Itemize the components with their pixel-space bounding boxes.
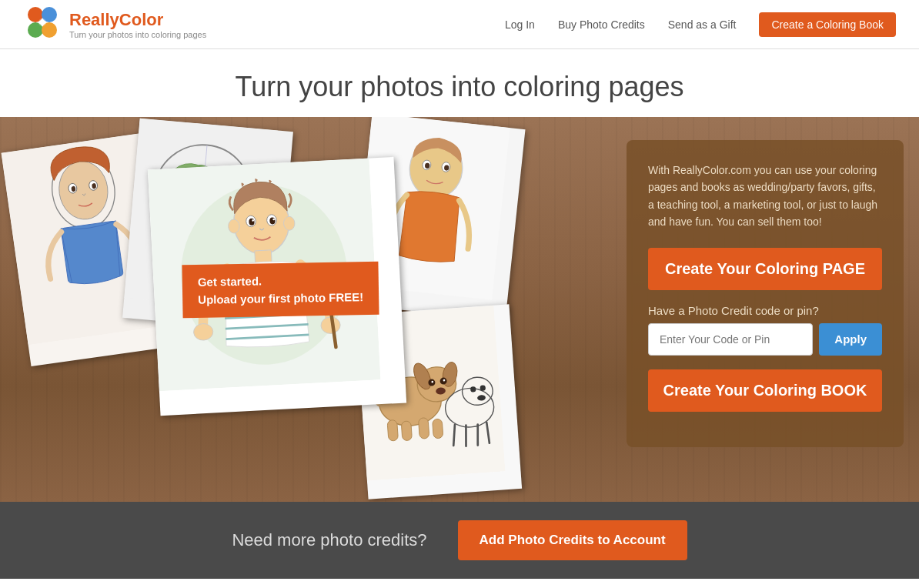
photo-collage: Get started. Upload your first photo FRE… (0, 117, 562, 502)
svg-point-26 (283, 216, 295, 231)
apply-button[interactable]: Apply (819, 323, 882, 356)
svg-rect-56 (418, 418, 429, 439)
get-started-badge[interactable]: Get started. Upload your first photo FRE… (182, 262, 379, 318)
credit-code-label: Have a Photo Credit code or pin? (648, 304, 882, 317)
svg-point-25 (228, 219, 239, 234)
hero-description: With ReallyColor.com you can use your co… (648, 162, 882, 231)
nav-create-book[interactable]: Create a Coloring Book (759, 12, 896, 37)
get-started-line2: Upload your first photo FREE! (198, 289, 363, 309)
header: ReallyColor Turn your photos into colori… (0, 0, 919, 49)
footer-bar: Need more photo credits? Add Photo Credi… (0, 502, 919, 579)
create-book-button[interactable]: Create Your Coloring BOOK (648, 369, 882, 412)
svg-line-64 (465, 426, 468, 446)
svg-rect-54 (387, 419, 398, 441)
logo-name: ReallyColor (69, 10, 206, 30)
right-panel: With ReallyColor.com you can use your co… (627, 140, 904, 447)
hero-title-bar: Turn your photos into coloring pages (0, 49, 919, 117)
nav-send-gift[interactable]: Send as a Gift (668, 18, 737, 31)
page-title: Turn your photos into coloring pages (0, 71, 919, 103)
nav-login[interactable]: Log In (505, 18, 535, 31)
credit-code-input[interactable] (648, 323, 813, 356)
logo-tagline: Turn your photos into coloring pages (69, 30, 206, 39)
svg-rect-55 (401, 421, 412, 441)
logo-text: ReallyColor Turn your photos into colori… (69, 10, 206, 39)
create-page-button[interactable]: Create Your Coloring PAGE (648, 248, 882, 290)
credit-row: Apply (648, 323, 882, 356)
nav: Log In Buy Photo Credits Send as a Gift … (505, 12, 896, 37)
svg-line-65 (476, 425, 480, 446)
hero-section: Get started. Upload your first photo FRE… (0, 117, 919, 502)
footer-text: Need more photo credits? (232, 530, 426, 550)
svg-point-4 (38, 18, 46, 26)
svg-rect-57 (433, 419, 443, 439)
nav-buy-credits[interactable]: Buy Photo Credits (558, 18, 645, 31)
logo-icon (23, 4, 62, 45)
logo-area: ReallyColor Turn your photos into colori… (23, 4, 206, 45)
add-credits-button[interactable]: Add Photo Credits to Account (458, 520, 687, 560)
